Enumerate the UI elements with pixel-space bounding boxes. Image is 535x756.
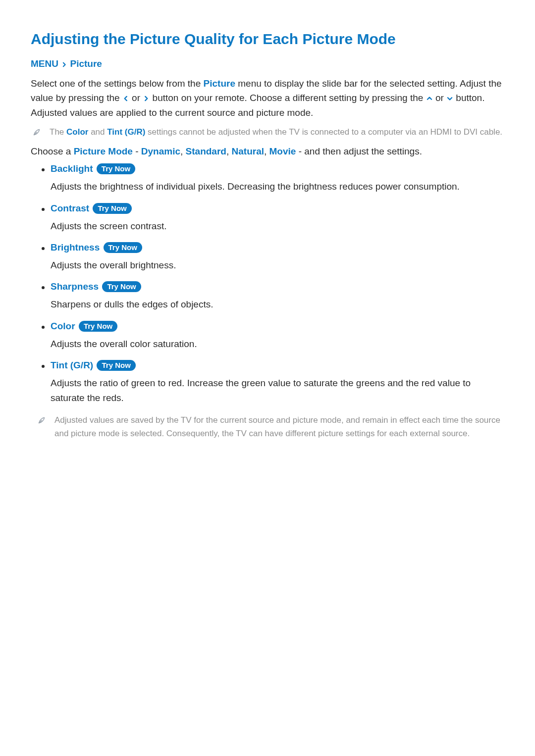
choose-seg: - <box>133 146 141 156</box>
try-now-button[interactable]: Try Now <box>93 203 131 214</box>
chevron-up-icon <box>426 95 433 102</box>
intro-picture-word: Picture <box>204 78 235 89</box>
page-title: Adjusting the Picture Quality for Each P… <box>31 31 504 48</box>
breadcrumb-menu: MENU <box>31 58 58 69</box>
item-head: Tint (G/R) Try Now <box>51 360 504 371</box>
setting-name: Contrast <box>51 203 89 213</box>
item-head: Brightness Try Now <box>51 242 504 253</box>
feather-icon <box>33 127 41 137</box>
list-item: Brightness Try Now Adjusts the overall b… <box>31 242 504 272</box>
intro-seg: or <box>433 93 446 103</box>
choose-standard: Standard <box>186 146 226 156</box>
note-color-word: Color <box>66 127 88 137</box>
note: Adjusted values are saved by the TV for … <box>38 414 504 440</box>
try-now-button[interactable]: Try Now <box>97 163 135 174</box>
note-text: The Color and Tint (G/R) settings cannot… <box>50 126 502 139</box>
setting-name: Tint (G/R) <box>51 360 93 370</box>
intro-text: Select one of the settings below from th… <box>31 76 504 120</box>
choose-picture-mode: Picture Mode <box>74 146 133 156</box>
intro-seg: Select one of the settings below from th… <box>31 78 204 89</box>
choose-seg: - and then adjust the settings. <box>296 146 422 156</box>
choose-seg: , <box>226 146 232 156</box>
setting-name: Backlight <box>51 163 93 174</box>
choose-dynamic: Dynamic <box>141 146 180 156</box>
note-tint-word: Tint (G/R) <box>107 127 145 137</box>
try-now-button[interactable]: Try Now <box>79 321 117 332</box>
note-seg: settings cannot be adjusted when the TV … <box>145 127 502 137</box>
note-text: Adjusted values are saved by the TV for … <box>54 414 504 440</box>
breadcrumb-picture: Picture <box>70 58 102 69</box>
setting-desc: Adjusts the screen contrast. <box>51 219 504 233</box>
chevron-left-icon <box>122 95 129 102</box>
choose-movie: Movie <box>269 146 296 156</box>
list-item: Contrast Try Now Adjusts the screen cont… <box>31 203 504 233</box>
list-item: Backlight Try Now Adjusts the brightness… <box>31 163 504 194</box>
setting-desc: Adjusts the overall brightness. <box>51 258 504 272</box>
chevron-right-icon <box>61 61 67 68</box>
choose-seg: , <box>180 146 186 156</box>
intro-seg: button on your remote. Choose a differen… <box>150 93 426 103</box>
intro-seg: or <box>129 93 143 103</box>
setting-desc: Adjusts the overall color saturation. <box>51 337 504 351</box>
choose-seg: Choose a <box>31 146 74 156</box>
choose-natural: Natural <box>232 146 264 156</box>
settings-list: Backlight Try Now Adjusts the brightness… <box>31 163 504 405</box>
feather-icon <box>38 415 46 425</box>
setting-name: Color <box>51 321 75 331</box>
note: The Color and Tint (G/R) settings cannot… <box>33 126 504 139</box>
item-head: Sharpness Try Now <box>51 281 504 292</box>
chevron-right-icon <box>143 95 150 102</box>
breadcrumb: MENU Picture <box>31 58 504 69</box>
setting-name: Sharpness <box>51 281 99 292</box>
item-head: Backlight Try Now <box>51 163 504 174</box>
choose-seg: , <box>264 146 269 156</box>
try-now-button[interactable]: Try Now <box>102 281 141 292</box>
setting-desc: Adjusts the brightness of individual pix… <box>51 179 504 194</box>
setting-desc: Adjusts the ratio of green to red. Incre… <box>51 376 504 405</box>
choose-text: Choose a Picture Mode - Dynamic, Standar… <box>31 144 504 158</box>
try-now-button[interactable]: Try Now <box>104 242 142 253</box>
try-now-button[interactable]: Try Now <box>97 360 135 371</box>
item-head: Color Try Now <box>51 321 504 332</box>
list-item: Tint (G/R) Try Now Adjusts the ratio of … <box>31 360 504 405</box>
item-head: Contrast Try Now <box>51 203 504 214</box>
chevron-down-icon <box>446 95 453 102</box>
setting-desc: Sharpens or dulls the edges of objects. <box>51 297 504 311</box>
list-item: Sharpness Try Now Sharpens or dulls the … <box>31 281 504 311</box>
setting-name: Brightness <box>51 242 100 252</box>
list-item: Color Try Now Adjusts the overall color … <box>31 321 504 351</box>
note-seg: The <box>50 127 66 137</box>
note-seg: and <box>88 127 107 137</box>
